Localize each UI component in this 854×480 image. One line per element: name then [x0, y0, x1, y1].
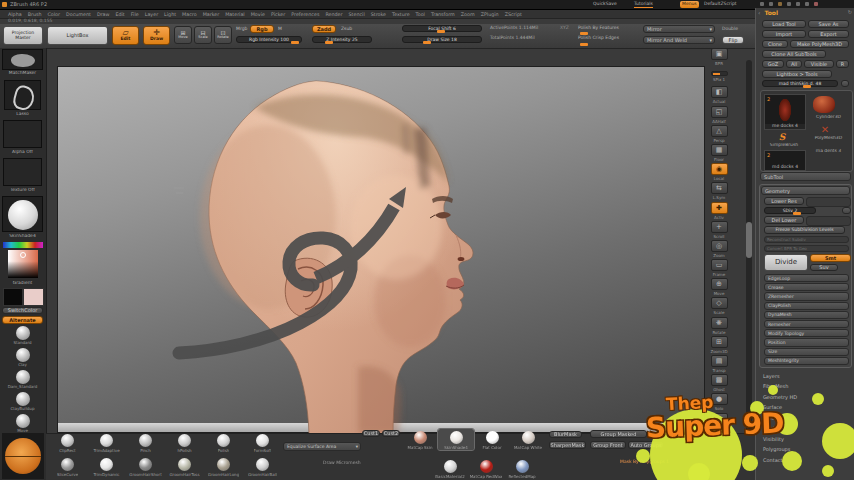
sculpt-model[interactable] [58, 67, 706, 434]
zsub-toggle[interactable]: Zsub [341, 27, 352, 32]
brush-thumbnail-icon[interactable] [217, 434, 230, 447]
right-shelf-button[interactable]: ◇ Scale [705, 297, 733, 316]
lower-res-button[interactable]: Lower Res [764, 197, 804, 205]
tray-material[interactable]: MatCap White [510, 429, 546, 450]
menus-toggle[interactable]: Menus [680, 1, 699, 8]
focal-shift-slider[interactable]: Focal Shift 6 [402, 25, 482, 32]
auto-groups-button[interactable]: Auto Groups [628, 441, 664, 449]
tray-material[interactable]: ReflectedMap [504, 458, 540, 479]
window-control-icon[interactable] [778, 2, 782, 6]
menu-item[interactable]: Color [47, 12, 60, 17]
menu-item[interactable]: Macro [182, 12, 197, 17]
import-button[interactable]: Import [762, 30, 806, 38]
menu-item[interactable]: Material [225, 12, 245, 17]
make-polymesh3d-button[interactable]: Make PolyMesh3D [790, 40, 849, 48]
slider-nub[interactable] [325, 41, 333, 44]
tool-subpalette[interactable]: Polygroups [760, 445, 851, 454]
window-control-icon[interactable] [760, 2, 764, 6]
right-shelf-button[interactable]: ▤ Transp [705, 355, 733, 374]
right-shelf-icon[interactable]: ◇ [711, 297, 728, 309]
tray-brush[interactable]: hPolish [165, 434, 204, 453]
menu-item[interactable]: Render [325, 12, 342, 17]
projection-master-button[interactable]: Projection Master [3, 26, 43, 45]
geometry-section[interactable]: Geometry [761, 186, 850, 195]
right-shelf-button[interactable]: ❋ Rotate [705, 317, 733, 336]
brush-preset[interactable]: Standard [0, 326, 45, 348]
corner-tool-preview[interactable] [2, 433, 44, 479]
tool-subpalette[interactable]: Layers [760, 371, 851, 380]
menu-item[interactable]: Transform [431, 12, 455, 17]
smt-toggle[interactable]: Smt [810, 254, 851, 262]
refresh-icon[interactable]: ↻ [848, 10, 852, 16]
tray-brush[interactable]: SliceCurve [48, 458, 87, 477]
tray-material[interactable]: BasicMaterial2 [432, 458, 468, 479]
rgb-toggle[interactable]: Rgb [250, 25, 274, 33]
brush-thumbnail-icon[interactable] [100, 434, 113, 447]
material-sphere-icon[interactable] [486, 431, 499, 444]
xyz-toggle[interactable]: XYZ [560, 26, 569, 31]
right-shelf-icon[interactable]: + [711, 221, 728, 233]
hue-strip[interactable] [3, 242, 43, 248]
clone-all-subtools-button[interactable]: Clone All SubTools [762, 50, 826, 58]
right-shelf-icon[interactable]: ❋ [711, 317, 728, 329]
menu-item[interactable]: File [131, 12, 139, 17]
right-shelf-button[interactable]: ▭ Frame [705, 259, 733, 278]
color-picker-marker[interactable] [20, 252, 26, 258]
tray-brush[interactable]: Pinch [126, 434, 165, 453]
polymesh3d-icon[interactable]: ✕ [818, 124, 832, 135]
menu-item[interactable]: Stroke [371, 12, 386, 17]
menu-item[interactable]: ZPlugin [481, 12, 499, 17]
recent-tool-thumbnail[interactable]: 2 md docks 4 [764, 150, 806, 171]
tray-brush[interactable]: TrimAdaptive [87, 434, 126, 453]
tray-brush[interactable]: GroomHairShort [126, 458, 165, 477]
divide-button[interactable]: Divide [764, 254, 808, 271]
tray-brush[interactable]: GroomHairBall [243, 458, 282, 477]
clone-button[interactable]: Clone [762, 40, 788, 48]
mask-by-polygroups-slider[interactable]: Mask By Polygroups 1 [620, 460, 669, 465]
material-sphere-icon[interactable] [450, 431, 463, 444]
right-shelf-icon[interactable]: ⊞ [711, 336, 728, 348]
right-shelf-button[interactable]: ▩ Ghost [705, 374, 733, 393]
brush-thumbnail-icon[interactable] [100, 458, 113, 471]
slider-nub[interactable] [803, 85, 811, 88]
maximize-icon[interactable] [805, 2, 809, 6]
draw-size-slider[interactable]: Draw Size 18 [402, 36, 482, 43]
goz-all-button[interactable]: All [786, 60, 802, 68]
cust1-button[interactable]: Cust1 [362, 430, 380, 437]
lightbox-button[interactable]: LightBox [47, 26, 108, 45]
edit-button[interactable]: ▱ Edit [112, 26, 139, 45]
scale-button[interactable]: ⊟ Scale [194, 26, 212, 44]
slider-nub[interactable] [793, 212, 801, 215]
freeze-subdivision-button[interactable]: Freeze SubDivision Levels [764, 226, 845, 234]
current-stroke-thumbnail[interactable] [4, 80, 41, 110]
simplebrush-icon[interactable]: S [776, 131, 788, 142]
tray-scrollbar[interactable] [746, 60, 752, 432]
del-lower-button[interactable]: Del Lower [764, 216, 804, 224]
m-toggle[interactable]: M [278, 27, 282, 32]
equalize-surface-area-button[interactable]: Equalize Surface Area ▾ [283, 442, 361, 451]
z-intensity-slider[interactable]: Z Intensity 25 [312, 36, 372, 43]
window-control-icon[interactable] [787, 2, 791, 6]
right-shelf-button[interactable]: ⊕ Move [705, 278, 733, 297]
menu-item[interactable]: ZScript [505, 12, 522, 17]
geometry-subsection[interactable]: Position [764, 338, 849, 346]
brush-thumbnail-icon[interactable] [178, 434, 191, 447]
right-shelf-icon[interactable]: ▤ [711, 355, 728, 367]
menu-item[interactable]: Picker [271, 12, 285, 17]
geometry-subsection[interactable]: DynaMesh [764, 311, 849, 319]
main-color-swatch[interactable] [3, 288, 23, 306]
mirror-and-weld-dropdown[interactable]: Mirror And Weld ▾ [643, 36, 715, 44]
higher-res-button[interactable] [806, 197, 851, 207]
tool-subpalette[interactable]: Surface [760, 403, 851, 412]
right-shelf-button[interactable]: ▦ Floor [705, 144, 733, 163]
goz-button[interactable]: GoZ [762, 60, 784, 68]
close-icon[interactable] [814, 2, 818, 6]
brush-thumbnail-icon[interactable] [61, 434, 74, 447]
tray-material[interactable]: Flat Color [474, 429, 510, 450]
del-higher-button[interactable] [806, 216, 851, 226]
tool-subpalette[interactable]: Visibility [760, 434, 851, 443]
brush-thumbnail-icon[interactable] [139, 434, 152, 447]
right-shelf-button[interactable]: + Scroll [705, 221, 733, 240]
subtool-section[interactable]: SubTool [760, 172, 851, 181]
mrgb-toggle[interactable]: Mrgb [236, 27, 247, 32]
